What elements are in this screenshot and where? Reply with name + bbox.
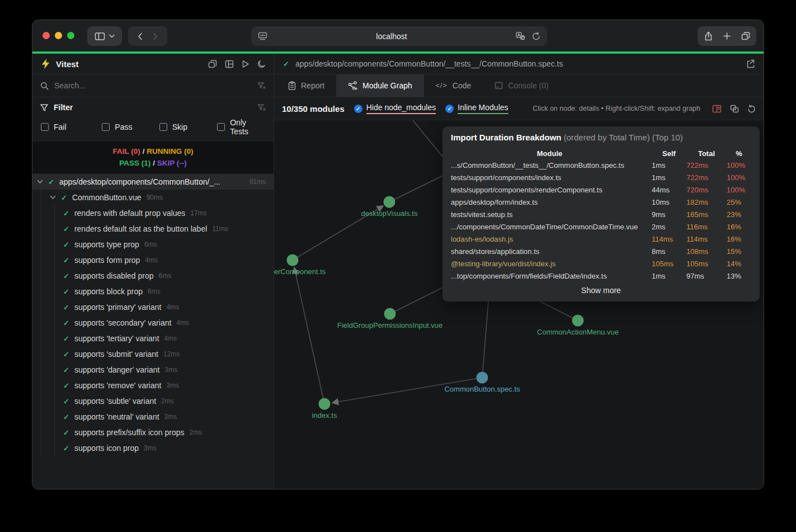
window-actions xyxy=(698,26,756,46)
breakdown-row[interactable]: tests/support/components/index.ts 1ms 72… xyxy=(451,172,751,184)
test-file-row[interactable]: ✓ apps/desktop/components/CommonButton/_… xyxy=(32,174,274,190)
test-row[interactable]: ✓ supports type prop 6ms xyxy=(32,237,274,252)
dashboard-icon[interactable] xyxy=(225,60,234,68)
test-row[interactable]: ✓ supports 'remove' variant 3ms xyxy=(32,378,274,393)
breakdown-row[interactable]: @testing-library/vue/dist/index.js 105ms… xyxy=(451,258,751,270)
checkbox-icon xyxy=(41,123,49,131)
pass-check-icon: ✓ xyxy=(63,366,69,374)
pass-check-icon: ✓ xyxy=(283,60,289,68)
clear-search-filter-icon[interactable] xyxy=(257,82,266,90)
file-time: 91ms xyxy=(249,178,266,186)
reset-graph-icon[interactable] xyxy=(747,105,756,113)
show-more-button[interactable]: Show more xyxy=(451,286,751,295)
tab-module-graph[interactable]: Module Graph xyxy=(336,74,424,97)
graph-node-label: desktopVisuals.ts xyxy=(361,209,418,218)
test-row[interactable]: ✓ supports 'submit' variant 12ms xyxy=(32,346,274,362)
breakdown-row[interactable]: .../components/CommonDateTime/CommonDate… xyxy=(451,221,751,233)
filter-checkbox[interactable]: Pass xyxy=(102,118,159,136)
test-row[interactable]: ✓ supports prefix/suffix icon props 2ms xyxy=(32,425,274,440)
panels-icon[interactable] xyxy=(730,105,739,113)
breakdown-row[interactable]: lodash-es/lodash.js 114ms 114ms 16% xyxy=(451,233,751,246)
run-all-play-icon[interactable] xyxy=(242,60,249,68)
checked-icon xyxy=(445,105,454,113)
minimize-button[interactable] xyxy=(55,32,62,39)
zoom-button[interactable] xyxy=(67,32,74,39)
graph-node-label: CommonButton.spec.ts xyxy=(444,385,520,393)
search-input[interactable] xyxy=(54,81,252,90)
reload-button[interactable] xyxy=(532,32,540,40)
module-graph-icon xyxy=(348,81,357,90)
tab-report[interactable]: Report xyxy=(276,74,336,97)
collapse-panels-icon[interactable] xyxy=(208,60,217,68)
tab-console[interactable]: Console (0) xyxy=(483,74,560,97)
test-row[interactable]: ✓ supports 'primary' variant 4ms xyxy=(32,299,274,315)
address-bar[interactable]: localhost xyxy=(251,26,547,46)
file-path: apps/desktop/components/CommonButton/__t… xyxy=(295,59,740,68)
test-row[interactable]: ✓ supports icon prop 3ms xyxy=(32,440,274,456)
test-row[interactable]: ✓ supports 'neutral' variant 3ms xyxy=(32,409,274,425)
column-total: Total xyxy=(686,148,727,159)
new-tab-plus-icon[interactable] xyxy=(723,32,731,40)
filter-checkbox[interactable]: Skip xyxy=(159,118,217,136)
tabs-overview-icon[interactable] xyxy=(741,32,750,40)
pass-check-icon: ✓ xyxy=(63,272,69,280)
pass-check-icon: ✓ xyxy=(63,444,69,453)
test-row[interactable]: ✓ supports 'subtle' variant 2ms xyxy=(32,393,274,409)
graph-node[interactable] xyxy=(384,308,396,320)
pass-check-icon: ✓ xyxy=(63,397,69,406)
graph-node[interactable] xyxy=(319,398,331,410)
graph-node-label: FieldGroupPermissionsInput.vue xyxy=(337,321,443,329)
breakdown-row[interactable]: tests/vitest.setup.ts 9ms 165ms 23% xyxy=(451,209,751,221)
breakdown-row[interactable]: tests/support/components/renderComponent… xyxy=(451,184,751,196)
pass-check-icon: ✓ xyxy=(63,350,69,359)
browser-chrome: localhost xyxy=(32,20,764,51)
graph-node[interactable] xyxy=(384,196,395,208)
share-icon[interactable] xyxy=(704,31,713,41)
legend-book-icon[interactable] xyxy=(712,105,722,113)
test-row[interactable]: ✓ supports block prop 6ms xyxy=(32,284,274,299)
page-settings-icon[interactable] xyxy=(258,32,267,40)
graph-edge xyxy=(482,288,489,378)
checked-icon xyxy=(354,105,362,113)
close-button[interactable] xyxy=(43,32,50,39)
breakdown-row[interactable]: ...s/CommonButton/__tests__/CommonButton… xyxy=(451,159,751,172)
test-row[interactable]: ✓ supports 'tertiary' variant 4ms xyxy=(32,331,274,346)
translate-button[interactable] xyxy=(516,32,525,40)
test-row[interactable]: ✓ supports form prop 4ms xyxy=(32,252,274,268)
checkbox-icon xyxy=(159,123,167,131)
back-button[interactable] xyxy=(138,32,143,40)
test-row[interactable]: ✓ renders with default prop values 17ms xyxy=(32,205,274,221)
sidebar-toggle-button[interactable] xyxy=(87,26,122,46)
test-row[interactable]: ✓ supports disabled prop 6ms xyxy=(32,268,274,284)
filter-checkbox[interactable]: Only Tests xyxy=(217,118,266,136)
clear-filters-icon[interactable] xyxy=(257,104,266,111)
pass-check-icon: ✓ xyxy=(48,178,54,186)
open-external-icon[interactable] xyxy=(746,59,755,68)
hide-node-modules-checkbox[interactable]: Hide node_modules xyxy=(354,103,436,114)
test-row[interactable]: ✓ supports 'danger' variant 3ms xyxy=(32,362,274,378)
checkbox-icon xyxy=(102,123,110,131)
filter-checkbox[interactable]: Fail xyxy=(41,118,102,136)
test-row[interactable]: ✓ renders default slot as the button lab… xyxy=(32,221,274,237)
chevron-down-icon xyxy=(37,180,43,184)
inline-modules-checkbox[interactable]: Inline Modules xyxy=(445,103,508,114)
graph-node[interactable] xyxy=(287,255,299,266)
status-summary: FAIL (0) / RUNNING (0) PASS (1) / SKIP (… xyxy=(32,142,274,173)
graph-node[interactable] xyxy=(477,372,488,384)
pass-check-icon: ✓ xyxy=(63,382,69,390)
forward-button[interactable] xyxy=(153,32,158,40)
pass-check-icon: ✓ xyxy=(63,288,69,296)
dark-mode-moon-icon[interactable] xyxy=(257,60,266,68)
module-graph-canvas[interactable]: desktopVisuals.tsrenderComponent.tsField… xyxy=(274,120,764,489)
graph-node-label: index.ts xyxy=(312,411,337,420)
tab-code[interactable]: </> Code xyxy=(424,74,483,97)
breakdown-row[interactable]: shared/stores/application.ts 8ms 108ms 1… xyxy=(451,246,751,258)
modules-count: 10/350 modules xyxy=(282,104,345,114)
test-row[interactable]: ✓ supports 'secondary' variant 4ms xyxy=(32,315,274,331)
column-module: Module xyxy=(451,148,652,159)
tree-guide-line xyxy=(41,190,41,456)
breakdown-row[interactable]: ...top/components/Form/fields/FieldDate/… xyxy=(451,270,751,283)
test-suite-row[interactable]: ✓ CommonButton.vue 90ms xyxy=(32,190,274,205)
graph-node[interactable] xyxy=(572,315,584,327)
breakdown-row[interactable]: apps/desktop/form/index.ts 10ms 182ms 25… xyxy=(451,196,751,209)
